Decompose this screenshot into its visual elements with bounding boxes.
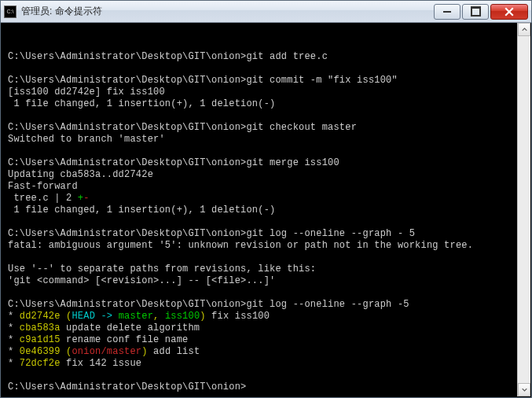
output-line: 1 file changed, 1 insertion(+), 1 deleti…: [8, 205, 526, 216]
command-text: git add tree.c: [246, 51, 328, 62]
prompt: C:\Users\Administrator\Desktop\GIT\onion…: [8, 228, 246, 239]
command-text: git merge iss100: [246, 157, 339, 168]
output-line: 'git <command> [<revision>...] -- [<file…: [8, 275, 526, 287]
titlebar[interactable]: C:\ 管理员: 命令提示符: [1, 1, 531, 23]
output-line: Fast-forward: [8, 181, 526, 193]
log-line: * dd2742e (HEAD -> master, iss100) fix i…: [8, 311, 526, 322]
command-text: git commit -m "fix iss100": [246, 75, 397, 86]
ref-remote: onion/master: [72, 346, 141, 357]
prompt: C:\Users\Administrator\Desktop\GIT\onion…: [8, 51, 246, 62]
commit-msg: fix 142 issue: [61, 358, 142, 369]
output-line: Use '--' to separate paths from revision…: [8, 263, 526, 275]
commit-msg: update delete algorithm: [61, 322, 200, 334]
command-text: git log --oneline --graph - 5: [246, 228, 415, 239]
log-line: * 0e46399 (onion/master) add list: [8, 346, 526, 358]
commit-hash: 72dcf2e: [20, 358, 61, 369]
ref-branch: master: [119, 311, 153, 322]
ref-branch: iss100: [165, 311, 200, 322]
commit-hash: cba583a: [20, 322, 61, 334]
output-line: Updating cba583a..dd2742e: [8, 169, 526, 181]
prompt: C:\Users\Administrator\Desktop\GIT\onion…: [8, 157, 246, 168]
prompt: C:\Users\Administrator\Desktop\GIT\onion…: [8, 299, 246, 310]
command-text: git log --oneline --graph -5: [246, 299, 409, 310]
command-prompt-window: C:\ 管理员: 命令提示符 C:\Users\Administrator\De…: [0, 0, 532, 398]
terminal-content: C:\Users\Administrator\Desktop\GIT\onion…: [8, 51, 526, 393]
ref-head: HEAD ->: [72, 311, 118, 322]
output-line: fatal: ambiguous argument '5': unknown r…: [8, 240, 526, 252]
commit-hash: 0e46399: [20, 346, 61, 357]
window-title: 管理员: 命令提示符: [21, 5, 432, 18]
terminal-area[interactable]: C:\Users\Administrator\Desktop\GIT\onion…: [1, 23, 531, 397]
output-line: 1 file changed, 1 insertion(+), 1 deleti…: [8, 98, 526, 110]
log-line: * cba583a update delete algorithm: [8, 322, 526, 334]
app-icon: C:\: [4, 6, 17, 18]
chevron-up-icon: [522, 27, 527, 32]
close-button[interactable]: [490, 4, 528, 20]
chevron-down-icon: [522, 387, 527, 392]
prompt: C:\Users\Administrator\Desktop\GIT\onion…: [8, 122, 246, 133]
commit-msg: rename conf file name: [61, 334, 189, 345]
window-buttons: [432, 4, 528, 20]
command-text: git checkout master: [246, 122, 357, 133]
prompt: C:\Users\Administrator\Desktop\GIT\onion…: [8, 75, 246, 86]
commit-hash: dd2742e: [20, 311, 61, 322]
prompt: C:\Users\Administrator\Desktop\GIT\onion…: [8, 381, 246, 392]
log-line: * c9a1d15 rename conf file name: [8, 334, 526, 346]
output-line: Switched to branch 'master': [8, 134, 526, 146]
output-line: [iss100 dd2742e] fix iss100: [8, 87, 526, 98]
commit-msg: add list: [148, 346, 200, 357]
scrollbar[interactable]: [517, 23, 530, 396]
log-line: * 72dcf2e fix 142 issue: [8, 358, 526, 370]
minimize-button[interactable]: [434, 4, 460, 20]
commit-msg: fix iss100: [206, 311, 270, 322]
maximize-button[interactable]: [462, 4, 489, 20]
scroll-down-button[interactable]: [518, 383, 530, 396]
scroll-up-button[interactable]: [518, 23, 530, 36]
diffstat-line: tree.c | 2 +-: [8, 193, 526, 205]
commit-hash: c9a1d15: [20, 334, 61, 345]
scroll-track[interactable]: [518, 36, 530, 383]
close-icon: [504, 7, 514, 17]
